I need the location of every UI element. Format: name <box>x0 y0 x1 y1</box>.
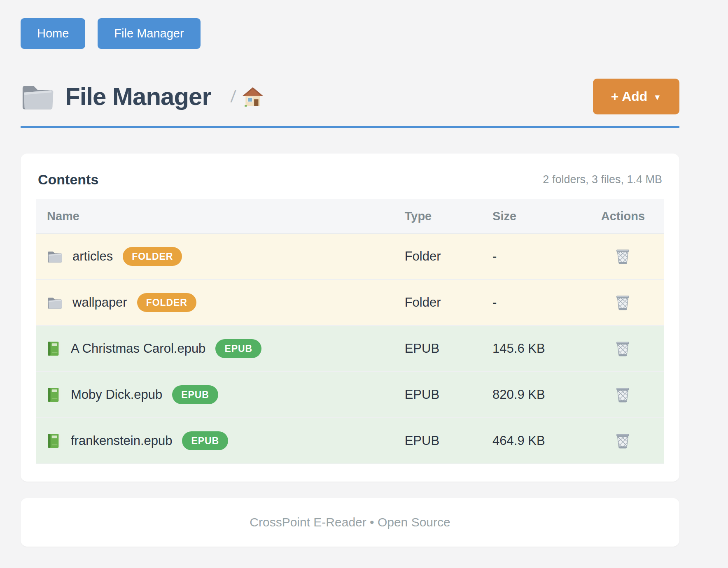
file-size: - <box>482 233 582 279</box>
file-name: frankenstein.epub <box>71 433 172 448</box>
file-size: 145.6 KB <box>482 326 582 372</box>
file-type: EPUB <box>394 326 482 372</box>
contents-card-header: Contents 2 folders, 3 files, 1.4 MB <box>36 168 664 199</box>
column-header-name: Name <box>36 199 394 233</box>
contents-card: Contents 2 folders, 3 files, 1.4 MB Name… <box>21 154 679 482</box>
epub-badge: EPUB <box>215 339 261 358</box>
breadcrumb: / <box>231 87 264 107</box>
file-name: Moby Dick.epub <box>71 387 162 402</box>
contents-title: Contents <box>38 172 98 188</box>
contents-summary: 2 folders, 3 files, 1.4 MB <box>543 173 662 186</box>
page-header: File Manager / + Add ▼ <box>21 79 679 114</box>
trash-icon <box>615 386 630 403</box>
chevron-down-icon: ▼ <box>653 93 661 102</box>
add-button[interactable]: + Add ▼ <box>593 79 679 114</box>
trash-icon <box>615 340 630 356</box>
file-type: Folder <box>394 233 482 279</box>
home-button[interactable]: Home <box>21 18 85 49</box>
title-wrap: File Manager / <box>21 82 264 111</box>
table-header-row: Name Type Size Actions <box>36 199 664 233</box>
green-book-icon <box>47 387 61 403</box>
column-header-actions: Actions <box>582 199 664 233</box>
delete-button[interactable] <box>613 338 633 359</box>
file-name: wallpaper <box>72 295 127 310</box>
trash-icon <box>615 248 630 264</box>
file-name: articles <box>72 249 113 264</box>
file-size: 464.9 KB <box>482 418 582 464</box>
file-type: EPUB <box>394 372 482 418</box>
folder-badge: FOLDER <box>137 293 196 312</box>
delete-button[interactable] <box>613 246 633 267</box>
delete-button[interactable] <box>613 430 633 451</box>
green-book-icon <box>47 433 61 449</box>
delete-button[interactable] <box>613 384 633 405</box>
page: Home File Manager File Manager / + Add ▼… <box>21 0 679 547</box>
folder-icon <box>47 250 63 263</box>
folder-badge: FOLDER <box>123 247 182 266</box>
trash-icon <box>615 433 630 449</box>
file-table: Name Type Size Actions articles FOLDER F… <box>36 199 664 464</box>
top-nav: Home File Manager <box>21 0 679 49</box>
page-title: File Manager <box>65 82 211 111</box>
table-row-wallpaper[interactable]: wallpaper FOLDER Folder - <box>36 279 664 326</box>
file-type: EPUB <box>394 418 482 464</box>
column-header-size: Size <box>482 199 582 233</box>
file-type: Folder <box>394 279 482 326</box>
green-book-icon <box>47 341 61 356</box>
file-manager-button[interactable]: File Manager <box>98 18 200 49</box>
delete-button[interactable] <box>613 292 633 313</box>
folder-icon <box>47 296 63 310</box>
file-size: 820.9 KB <box>482 372 582 418</box>
table-row-articles[interactable]: articles FOLDER Folder - <box>36 233 664 279</box>
table-row-moby-dick[interactable]: Moby Dick.epub EPUB EPUB 820.9 KB <box>36 372 664 418</box>
breadcrumb-separator: / <box>230 87 236 106</box>
table-row-frankenstein[interactable]: frankenstein.epub EPUB EPUB 464.9 KB <box>36 418 664 464</box>
table-row-christmas-carol[interactable]: A Christmas Carol.epub EPUB EPUB 145.6 K… <box>36 326 664 372</box>
home-icon[interactable] <box>242 87 264 107</box>
footer: CrossPoint E-Reader • Open Source <box>21 498 679 547</box>
column-header-type: Type <box>394 199 482 233</box>
epub-badge: EPUB <box>182 431 228 450</box>
trash-icon <box>615 294 630 310</box>
header-divider <box>21 126 679 128</box>
file-name: A Christmas Carol.epub <box>71 341 205 356</box>
epub-badge: EPUB <box>172 385 218 404</box>
file-size: - <box>482 279 582 326</box>
add-button-label: + Add <box>611 89 648 104</box>
footer-text: CrossPoint E-Reader • Open Source <box>250 515 450 529</box>
folder-icon <box>21 82 54 111</box>
